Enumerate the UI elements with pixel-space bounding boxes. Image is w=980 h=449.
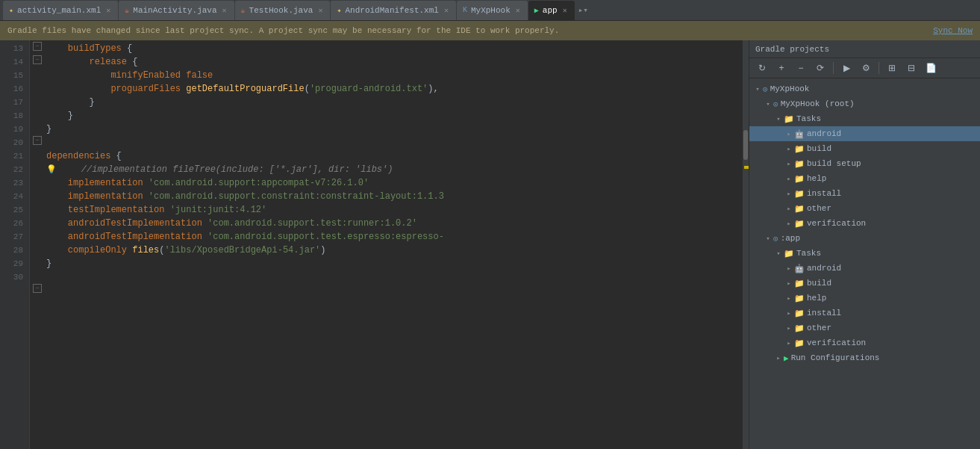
gradle-add-btn[interactable]: + — [773, 61, 790, 75]
xml-icon2: ✦ — [337, 6, 341, 15]
tab-label: TestHook.java — [249, 6, 313, 15]
tab-overflow[interactable]: ▸▾ — [578, 5, 588, 15]
tree-build-1[interactable]: ▸ 📁 build — [749, 141, 980, 156]
java-icon2: ☕ — [241, 6, 246, 15]
tab-myxphook[interactable]: K MyXpHook ✕ — [457, 1, 528, 20]
tree-arrow: ▾ — [763, 235, 773, 243]
gradle-run-btn[interactable]: ▶ — [838, 61, 855, 75]
tree-myxphook-module[interactable]: ▾ ⊙ MyXpHook (root) — [749, 96, 980, 111]
gradle-tree[interactable]: ▾ ⊙ MyXpHook ▾ ⊙ MyXpHook (root) ▾ 📁 Tas… — [749, 78, 980, 449]
module-icon: ⊙ — [773, 99, 778, 109]
tab-bar: ✦ activity_main.xml ✕ ☕ MainActivity.jav… — [0, 0, 980, 21]
tab-label: MainActivity.java — [133, 6, 216, 15]
tab-close-activity-main[interactable]: ✕ — [104, 5, 112, 16]
gradle-debug-btn[interactable]: ⚙ — [858, 61, 874, 75]
tab-mainactivity[interactable]: ☕ MainActivity.java ✕ — [119, 1, 234, 20]
gradle-refresh-btn[interactable]: ↻ — [754, 61, 770, 75]
tree-arrow: ▸ — [784, 324, 794, 332]
tab-close-mainactivity[interactable]: ✕ — [221, 5, 228, 16]
gradle-collapse-btn[interactable]: ⊟ — [903, 61, 920, 75]
tree-help-2[interactable]: ▸ 📁 help — [749, 291, 980, 306]
tree-arrow: ▸ — [784, 264, 794, 273]
tree-arrow: ▸ — [773, 354, 784, 362]
tree-arrow: ▾ — [773, 115, 784, 123]
tree-buildup-1[interactable]: ▸ 📁 build setup — [749, 156, 980, 171]
folder-icon: 📁 — [794, 294, 805, 303]
code-editor[interactable]: 13 14 15 16 17 18 19 20 21 22 23 24 25 2… — [0, 40, 749, 449]
android-icon2: 🤖 — [794, 264, 805, 273]
tab-close-androidmanifest[interactable]: ✕ — [443, 5, 450, 16]
code-line-25: testImplementation 'junit:junit:4.12' — [46, 203, 743, 217]
fold-icon-29[interactable]: − — [33, 284, 42, 293]
tree-run-configs[interactable]: ▸ ▶ Run Configurations — [749, 350, 980, 365]
app-icon: ▶ — [534, 6, 539, 15]
tree-tasks-2[interactable]: ▾ 📁 Tasks — [749, 246, 980, 261]
code-line-15: minifyEnabled false — [46, 69, 743, 82]
code-line-26: androidTestImplementation 'com.android.s… — [46, 217, 743, 230]
tree-label: MyXpHook (root) — [781, 99, 855, 108]
gradle-script-btn[interactable]: 📄 — [923, 61, 939, 75]
tree-arrow: ▾ — [773, 250, 784, 258]
tree-label: MyXpHook — [770, 84, 810, 93]
tab-activity-main[interactable]: ✦ activity_main.xml ✕ — [3, 1, 118, 20]
tree-arrow: ▸ — [784, 205, 794, 213]
code-gutter: − − − − — [30, 40, 43, 449]
line-numbers: 13 14 15 16 17 18 19 20 21 22 23 24 25 2… — [0, 40, 30, 449]
tree-install-2[interactable]: ▸ 📁 install — [749, 306, 980, 321]
tree-arrow: ▸ — [784, 190, 794, 198]
tab-close-testhook[interactable]: ✕ — [316, 5, 324, 16]
code-line-14: release { — [46, 55, 743, 69]
scrollbar-thumb[interactable] — [743, 130, 748, 160]
gradle-panel: Gradle projects ↻ + − ⟳ ▶ ⚙ ⊞ ⊟ 📄 ▾ ⊙ My… — [749, 40, 980, 449]
tree-label: other — [807, 204, 831, 213]
tree-arrow: ▾ — [763, 100, 773, 108]
xml-icon: ✦ — [9, 6, 13, 15]
tree-install-1[interactable]: ▸ 📁 install — [749, 186, 980, 201]
tree-label: build — [807, 279, 831, 288]
tree-app-module[interactable]: ▾ ⊙ :app — [749, 231, 980, 246]
tab-close-app[interactable]: ✕ — [561, 5, 569, 16]
sync-now-link[interactable]: Sync Now — [933, 26, 973, 35]
code-line-24: implementation 'com.android.support.cons… — [46, 190, 743, 203]
tree-label: Run Configurations — [791, 353, 880, 362]
tab-label: activity_main.xml — [17, 6, 101, 15]
tree-other-2[interactable]: ▸ 📁 other — [749, 321, 980, 335]
code-line-27: androidTestImplementation 'com.android.s… — [46, 230, 743, 244]
tree-verification-2[interactable]: ▸ 📁 verification — [749, 335, 980, 350]
gradle-remove-btn[interactable]: − — [793, 61, 809, 75]
tree-arrow: ▸ — [784, 130, 794, 138]
folder-icon: 📁 — [794, 189, 805, 199]
tab-close-myxphook[interactable]: ✕ — [514, 5, 522, 16]
tab-app[interactable]: ▶ app ✕ — [528, 1, 575, 20]
tree-arrow: ▸ — [784, 294, 794, 303]
tree-label: help — [807, 294, 826, 303]
fold-icon-14[interactable]: − — [33, 55, 42, 64]
toolbar-sep2 — [878, 62, 879, 74]
folder-icon: 📁 — [794, 219, 805, 229]
tree-tasks-1[interactable]: ▾ 📁 Tasks — [749, 111, 980, 126]
tree-myxphook-root[interactable]: ▾ ⊙ MyXpHook — [749, 81, 980, 96]
tree-android-2[interactable]: ▸ 🤖 android — [749, 261, 980, 276]
tree-label: install — [807, 189, 841, 198]
fold-icon-21[interactable]: − — [33, 136, 42, 145]
code-content[interactable]: buildTypes { release { minifyEnabled fal… — [43, 40, 743, 449]
gradle-toolbar: ↻ + − ⟳ ▶ ⚙ ⊞ ⊟ 📄 — [749, 58, 980, 78]
tree-help-1[interactable]: ▸ 📁 help — [749, 171, 980, 186]
tab-androidmanifest[interactable]: ✦ AndroidManifest.xml ✕ — [331, 1, 455, 20]
folder-icon: 📁 — [794, 144, 805, 154]
tree-build-2[interactable]: ▸ 📁 build — [749, 276, 980, 291]
gradle-expand-btn[interactable]: ⊞ — [884, 61, 900, 75]
gradle-sync-btn[interactable]: ⟳ — [812, 61, 828, 75]
tree-arrow: ▸ — [784, 160, 794, 168]
fold-icon-13[interactable]: − — [33, 42, 42, 51]
tree-label: android — [807, 129, 841, 138]
tree-other-1[interactable]: ▸ 📁 other — [749, 201, 980, 216]
tree-verification-1[interactable]: ▸ 📁 verification — [749, 216, 980, 231]
scroll-marker — [744, 166, 749, 169]
tab-testhook[interactable]: ☕ TestHook.java ✕ — [235, 1, 331, 20]
editor-scrollbar[interactable] — [743, 40, 749, 449]
tab-label: AndroidManifest.xml — [345, 6, 438, 15]
tree-arrow: ▾ — [752, 85, 763, 93]
tree-android-1[interactable]: ▸ 🤖 android — [749, 126, 980, 141]
folder-icon: 📁 — [794, 309, 805, 318]
